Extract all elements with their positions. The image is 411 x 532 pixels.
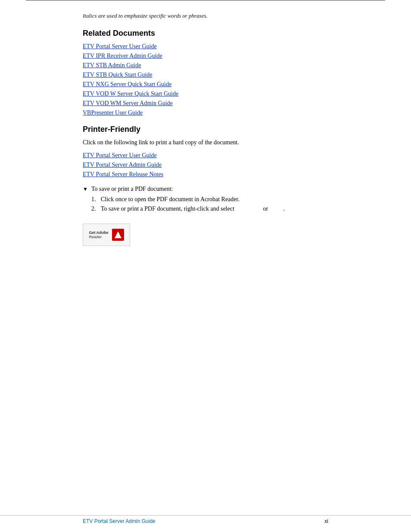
etv-stb-admin-guide-link[interactable]: ETV STB Admin Guide: [83, 62, 141, 68]
footer-title: ETV Portal Server Admin Guide: [83, 518, 156, 524]
related-documents-heading: Related Documents: [83, 29, 328, 38]
triangle-icon: ▼: [83, 186, 88, 193]
list-item: 1. Click once to open the PDF document i…: [91, 196, 328, 203]
etv-vod-w-server-quick-start-guide-link[interactable]: ETV VOD W Server Quick Start Guide: [83, 90, 178, 97]
etv-nxg-server-quick-start-guide-link[interactable]: ETV NXG Server Quick Start Guide: [83, 81, 171, 87]
printer-links-list: ETV Portal Server User Guide ETV Portal …: [83, 152, 328, 178]
related-documents-list: ETV Portal Server User Guide ETV IPR Rec…: [83, 43, 328, 116]
page-footer: ETV Portal Server Admin Guide xi: [0, 515, 411, 524]
printer-friendly-section: Printer-Friendly Click on the following …: [83, 125, 328, 246]
page-container: Italics are used to emphasize specific w…: [0, 0, 411, 532]
list-item: VBPresenter User Guide: [83, 109, 328, 116]
main-content: Italics are used to emphasize specific w…: [0, 8, 411, 272]
list-item: ETV Portal Server Release Notes: [83, 171, 328, 178]
list-item: ETV STB Admin Guide: [83, 62, 328, 69]
list-item: ETV Portal Server User Guide: [83, 152, 328, 159]
printer-portal-server-user-guide-link[interactable]: ETV Portal Server User Guide: [83, 152, 157, 159]
step-number: 1.: [91, 196, 101, 203]
printer-friendly-heading: Printer-Friendly: [83, 125, 328, 134]
step-1-text: Click once to open the PDF document in A…: [101, 196, 240, 203]
etv-stb-quick-start-guide-link[interactable]: ETV STB Quick Start Guide: [83, 72, 153, 78]
bullet-section: ▼ To save or print a PDF document: 1. Cl…: [83, 186, 328, 212]
printer-portal-server-admin-guide-link[interactable]: ETV Portal Server Admin Guide: [83, 162, 162, 168]
list-item: ETV Portal Server Admin Guide: [83, 162, 328, 168]
adobe-reader-badge[interactable]: Get Adobe Reader: [83, 224, 130, 246]
vbpresenter-user-guide-link[interactable]: VBPresenter User Guide: [83, 109, 143, 116]
list-item: ETV VOD WM Server Admin Guide: [83, 100, 328, 107]
adobe-badge-get: Get Adobe: [89, 230, 108, 235]
adobe-badge-reader: Reader: [89, 235, 102, 239]
italics-note: Italics are used to emphasize specific w…: [83, 12, 328, 19]
printer-portal-server-release-notes-link[interactable]: ETV Portal Server Release Notes: [83, 171, 163, 177]
etv-vod-wm-server-admin-guide-link[interactable]: ETV VOD WM Server Admin Guide: [83, 100, 173, 106]
list-item: ETV IPR Receiver Admin Guide: [83, 53, 328, 59]
etv-portal-server-user-guide-link[interactable]: ETV Portal Server User Guide: [83, 43, 157, 50]
printer-friendly-description: Click on the following link to print a h…: [83, 139, 328, 146]
step-number: 2.: [91, 205, 101, 212]
numbered-steps-list: 1. Click once to open the PDF document i…: [91, 196, 328, 212]
etv-ipr-receiver-admin-guide-link[interactable]: ETV IPR Receiver Admin Guide: [83, 53, 162, 59]
list-item: 2. To save or print a PDF document, righ…: [91, 205, 328, 212]
adobe-arrow-icon: [112, 229, 124, 241]
list-item: ETV Portal Server User Guide: [83, 43, 328, 50]
list-item: ETV VOD W Server Quick Start Guide: [83, 90, 328, 97]
list-item: ETV NXG Server Quick Start Guide: [83, 81, 328, 88]
triangle-bullet-item: ▼ To save or print a PDF document:: [83, 186, 328, 193]
bullet-text: To save or print a PDF document:: [91, 186, 173, 193]
footer-page-number: xi: [324, 518, 328, 524]
top-rule: [26, 0, 385, 0]
list-item: ETV STB Quick Start Guide: [83, 72, 328, 78]
step-2-text: To save or print a PDF document, right-c…: [101, 205, 285, 212]
